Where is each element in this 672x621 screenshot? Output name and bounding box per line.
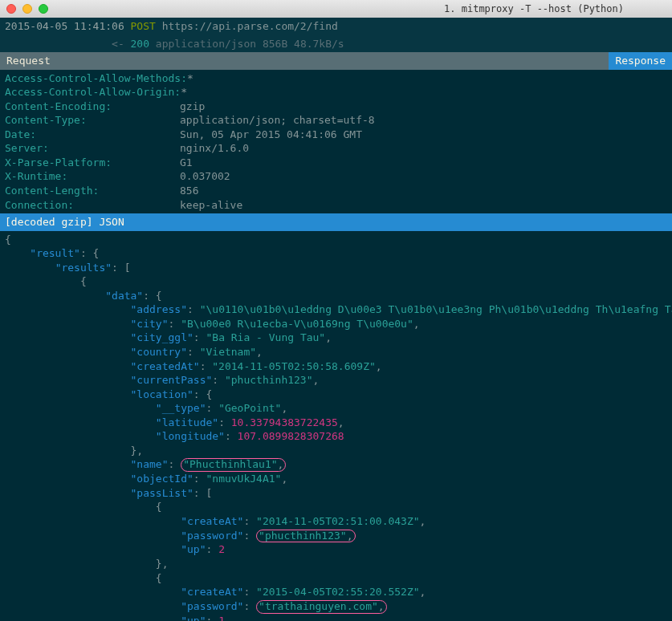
header-key: Content-Encoding:	[5, 99, 180, 114]
tab-request[interactable]: Request	[0, 52, 609, 70]
header-key: Content-Length:	[5, 184, 180, 198]
header-val: application/json; charset=utf-8	[180, 113, 375, 128]
tab-response[interactable]: Response	[609, 52, 672, 70]
response-mime: application/json	[156, 38, 256, 50]
header-row: X-Parse-Platform:G1	[5, 156, 667, 170]
header-row: Content-Length:856	[5, 184, 667, 198]
header-row: Access-Control-Allow-Methods:*	[5, 71, 667, 86]
http-method: POST	[131, 20, 156, 32]
header-key: Date:	[5, 128, 180, 142]
status-code: 200	[131, 38, 149, 50]
response-headers: Access-Control-Allow-Methods:* Access-Co…	[0, 70, 672, 213]
header-row: Access-Control-Allow-Origin:*	[5, 85, 667, 99]
header-val: *	[187, 71, 193, 86]
header-val: *	[181, 85, 187, 99]
header-row: Date:Sun, 05 Apr 2015 04:41:06 GMT	[5, 128, 667, 142]
timestamp: 2015-04-05 11:41:06	[5, 20, 124, 32]
header-val: keep-alive	[180, 198, 242, 213]
minimize-icon[interactable]	[22, 4, 32, 14]
request-url: https://api.parse.com/2/find	[162, 20, 338, 32]
tab-bar: Request Response	[0, 52, 672, 70]
window-titlebar: 1. mitmproxy -T --host (Python)	[0, 0, 672, 18]
highlight-password-1: "phucthinh123",	[256, 530, 355, 543]
highlight-password-2: "trathainguyen.com",	[256, 600, 387, 614]
header-key: X-Parse-Platform:	[5, 156, 180, 170]
window-title: 1. mitmproxy -T --host (Python)	[0, 3, 672, 14]
header-key: X-Runtime:	[5, 169, 180, 184]
header-row: Content-Type:application/json; charset=u…	[5, 113, 667, 128]
header-val: Sun, 05 Apr 2015 04:41:06 GMT	[180, 128, 362, 142]
close-icon[interactable]	[6, 4, 16, 14]
request-summary-line: 2015-04-05 11:41:06 POST https://api.par…	[0, 18, 672, 35]
header-row: Content-Encoding:gzip	[5, 99, 667, 114]
header-val: 856	[180, 184, 198, 198]
arrow-icon: <-	[112, 38, 124, 50]
header-row: X-Runtime:0.037002	[5, 169, 667, 184]
response-size: 856B	[263, 38, 287, 50]
header-val: G1	[180, 156, 193, 170]
terminal-content: 2015-04-05 11:41:06 POST https://api.par…	[0, 18, 672, 621]
decoded-indicator: [decoded gzip] JSON	[0, 213, 672, 231]
header-val: gzip	[180, 99, 205, 114]
traffic-lights	[6, 4, 48, 14]
response-summary-line: 2015-04-05 11:41:<- 200 application/json…	[0, 35, 672, 53]
zoom-icon[interactable]	[39, 4, 48, 14]
highlight-name: "Phucthinhlau1",	[181, 458, 286, 472]
header-key: Server:	[5, 141, 180, 156]
json-body[interactable]: { "result": { "results": [ { "data": { "…	[0, 231, 672, 621]
header-key: Connection:	[5, 198, 180, 213]
header-row: Server:nginx/1.6.0	[5, 141, 667, 156]
header-row: Connection:keep-alive	[5, 198, 667, 213]
response-rate: 48.7kB/s	[294, 38, 344, 50]
header-val: 0.037002	[180, 169, 230, 184]
header-key: Content-Type:	[5, 113, 180, 128]
header-val: nginx/1.6.0	[180, 141, 249, 156]
header-key: Access-Control-Allow-Origin:	[5, 85, 181, 99]
header-key: Access-Control-Allow-Methods:	[5, 71, 187, 86]
